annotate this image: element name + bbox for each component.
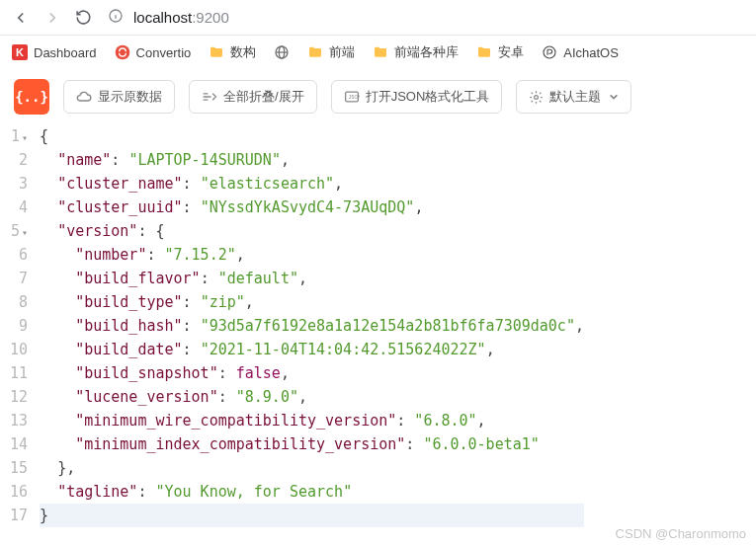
svg-text:JSON: JSON: [348, 95, 359, 100]
browser-nav: localhost:9200: [0, 0, 756, 36]
forward-icon[interactable]: [43, 9, 61, 27]
folder-icon: [307, 44, 323, 60]
watermark: CSDN @Charonmomo: [616, 526, 746, 541]
collapse-icon: [202, 90, 217, 104]
bookmark-convertio[interactable]: Convertio: [115, 44, 192, 60]
url-host: localhost: [133, 9, 192, 26]
globe-icon: [274, 44, 290, 60]
bookmark-folder-4[interactable]: 安卓: [476, 43, 524, 61]
bookmark-folder-1[interactable]: 数构: [209, 43, 256, 61]
bookmark-aichat[interactable]: AIchatOS: [542, 44, 619, 60]
back-icon[interactable]: [12, 9, 30, 27]
gutter: 1▾2345▾67891011121314151617: [0, 124, 34, 527]
gear-icon: [529, 90, 544, 105]
json-icon: JSON: [344, 90, 360, 104]
bookmark-folder-3[interactable]: 前端各种库: [373, 43, 459, 61]
info-icon: [108, 8, 124, 27]
bookmark-dashboard[interactable]: KDashboard: [12, 44, 97, 60]
folder-icon: [209, 44, 224, 60]
raw-button[interactable]: 显示原数据: [63, 80, 175, 114]
convertio-icon: [115, 44, 130, 60]
extension-logo[interactable]: {..}: [14, 79, 49, 115]
svg-point-3: [115, 45, 129, 60]
theme-button[interactable]: 默认主题: [516, 80, 631, 114]
url-port: :9200: [192, 9, 229, 26]
bookmark-folder-2[interactable]: 前端: [307, 43, 355, 61]
ai-icon: [542, 44, 557, 60]
extension-toolbar: {..} 显示原数据 全部折叠/展开 JSON打开JSON格式化工具 默认主题: [0, 69, 756, 124]
svg-point-10: [535, 95, 539, 99]
code-area[interactable]: { "name": "LAPTOP-14SURUDN", "cluster_na…: [34, 124, 584, 527]
json-viewer: 1▾2345▾67891011121314151617 { "name": "L…: [0, 124, 756, 527]
cloud-icon: [76, 90, 92, 104]
url-bar[interactable]: localhost:9200: [108, 8, 229, 27]
collapse-button[interactable]: 全部折叠/展开: [189, 80, 317, 114]
folder-icon: [373, 44, 388, 60]
chevron-down-icon: [609, 92, 619, 102]
svg-point-7: [544, 46, 555, 58]
reload-icon[interactable]: [75, 9, 92, 26]
k-icon: K: [12, 44, 28, 60]
open-tool-button[interactable]: JSON打开JSON格式化工具: [331, 80, 503, 114]
folder-icon: [476, 44, 492, 60]
bookmark-globe[interactable]: [274, 44, 290, 60]
bookmarks-bar: KDashboard Convertio 数构 前端 前端各种库 安卓 AIch…: [0, 36, 756, 69]
